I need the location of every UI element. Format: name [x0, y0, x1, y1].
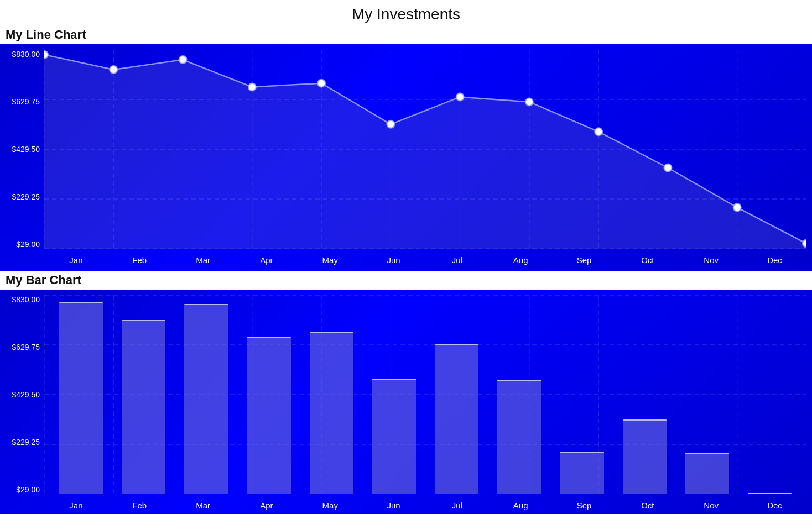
bar-group: [676, 295, 738, 494]
y-label-bar: $830.00: [0, 295, 44, 304]
svg-point-26: [664, 164, 672, 171]
y-label: $429.50: [0, 145, 44, 154]
x-label-bar: May: [298, 501, 362, 510]
svg-point-19: [179, 56, 187, 64]
svg-point-18: [110, 66, 117, 74]
bar: [247, 337, 290, 494]
bar: [310, 332, 353, 494]
line-chart-container: $830.00$629.75$429.50$229.25$29.00 JanFe…: [0, 44, 812, 271]
y-label-bar: $629.75: [0, 343, 44, 352]
y-label-bar: $29.00: [0, 485, 44, 494]
x-label-bar: Nov: [679, 501, 743, 510]
bar-chart-section: My Bar Chart $830.00$629.75$429.50$229.2…: [0, 271, 812, 514]
bar-chart-container: $830.00$629.75$429.50$229.25$29.00 JanFe…: [0, 290, 812, 514]
x-label: Dec: [743, 255, 806, 265]
svg-point-27: [733, 203, 741, 211]
x-axis-line: JanFebMarAprMayJunJulAugSepOctNovDec: [44, 249, 806, 271]
svg-point-20: [248, 83, 256, 91]
svg-point-25: [595, 128, 602, 135]
svg-point-21: [317, 80, 325, 87]
x-label-bar: Apr: [235, 501, 298, 510]
x-label: Nov: [679, 255, 743, 265]
x-label-bar: Jul: [425, 501, 489, 510]
line-chart-svg: [44, 50, 806, 249]
svg-point-22: [387, 120, 394, 128]
y-axis-bar: $830.00$629.75$429.50$229.25$29.00: [0, 290, 44, 494]
x-label: Jun: [362, 255, 425, 265]
line-chart-label: My Line Chart: [0, 25, 812, 44]
x-label: Apr: [235, 255, 298, 265]
y-label-bar: $229.25: [0, 438, 44, 447]
x-label: Jan: [44, 255, 108, 265]
bar-group: [363, 295, 425, 494]
y-label: $29.00: [0, 240, 44, 249]
bar-group: [550, 295, 613, 494]
bar-group: [50, 295, 112, 494]
bar: [685, 453, 729, 494]
bar-group: [112, 295, 175, 494]
x-label: Oct: [616, 255, 679, 265]
x-label: Jul: [425, 255, 489, 265]
bar: [372, 379, 416, 494]
x-label-bar: Feb: [108, 501, 171, 510]
line-chart-section: My Line Chart $830.00$629.75$429.50$229.…: [0, 25, 812, 271]
bar: [560, 452, 603, 494]
bar: [435, 344, 478, 494]
bar-group: [488, 295, 550, 494]
bar: [184, 304, 228, 494]
x-label-bar: Dec: [743, 501, 806, 510]
bar: [122, 320, 165, 494]
x-label-bar: Sep: [553, 501, 616, 510]
x-label: Mar: [171, 255, 235, 265]
svg-point-23: [456, 93, 464, 101]
y-label: $629.75: [0, 97, 44, 106]
bar-group: [175, 295, 237, 494]
x-label: Feb: [108, 255, 171, 265]
x-label: Aug: [489, 255, 553, 265]
x-label-bar: Aug: [489, 501, 553, 510]
y-label: $229.25: [0, 192, 44, 201]
y-label: $830.00: [0, 50, 44, 59]
bar: [623, 419, 667, 494]
svg-point-17: [44, 51, 48, 59]
x-label: Sep: [553, 255, 616, 265]
bar-chart-area: [44, 295, 806, 494]
x-label-bar: Jan: [44, 501, 108, 510]
bar: [497, 380, 541, 494]
bar: [59, 302, 103, 494]
x-label: May: [298, 255, 362, 265]
svg-point-28: [803, 240, 806, 248]
bar-group: [425, 295, 488, 494]
x-label-bar: Jun: [362, 501, 425, 510]
bar-group: [238, 295, 300, 494]
x-label-bar: Oct: [616, 501, 679, 510]
bar-chart-label: My Bar Chart: [0, 271, 812, 290]
y-axis-line: $830.00$629.75$429.50$229.25$29.00: [0, 44, 44, 249]
y-label-bar: $429.50: [0, 390, 44, 399]
x-label-bar: Mar: [171, 501, 235, 510]
bar-group: [738, 295, 801, 494]
bar-group: [613, 295, 676, 494]
svg-point-24: [525, 98, 533, 106]
bar-group: [300, 295, 363, 494]
page-title: My Investments: [0, 0, 812, 25]
x-axis-bar: JanFebMarAprMayJunJulAugSepOctNovDec: [44, 494, 806, 514]
